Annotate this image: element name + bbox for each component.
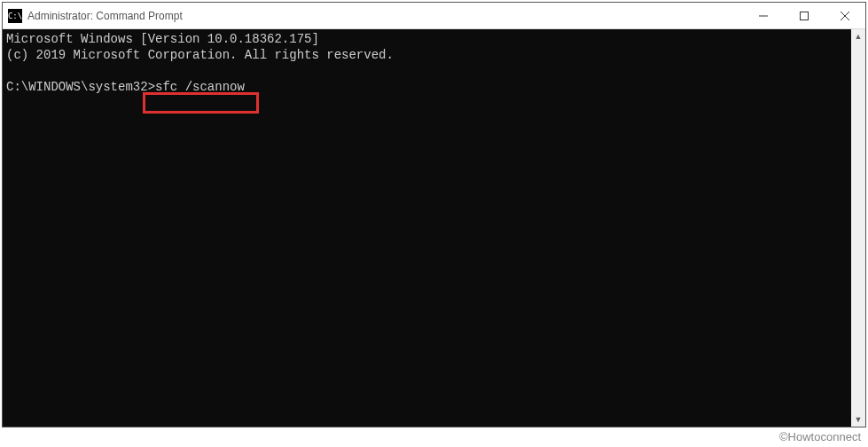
watermark-text: ©Howtoconnect <box>779 430 861 443</box>
command-text: sfc /scannow <box>155 80 245 94</box>
app-icon: C:\ <box>8 9 22 23</box>
scroll-up-arrow-icon[interactable]: ▲ <box>851 29 865 43</box>
scroll-down-arrow-icon[interactable]: ▼ <box>851 412 865 427</box>
titlebar[interactable]: C:\ Administrator: Command Prompt <box>3 3 865 29</box>
maximize-icon <box>800 12 809 20</box>
prompt-text: C:\WINDOWS\system32> <box>6 80 155 94</box>
version-line: Microsoft Windows [Version 10.0.18362.17… <box>6 32 319 46</box>
command-prompt-window: C:\ Administrator: Command Prompt Micros… <box>2 2 866 427</box>
maximize-button[interactable] <box>784 3 825 28</box>
minimize-button[interactable] <box>743 3 784 28</box>
close-button[interactable] <box>825 3 865 28</box>
copyright-line: (c) 2019 Microsoft Corporation. All righ… <box>6 48 394 62</box>
console-area: Microsoft Windows [Version 10.0.18362.17… <box>3 29 865 427</box>
minimize-icon <box>759 12 768 20</box>
window-title: Administrator: Command Prompt <box>27 10 743 22</box>
window-controls <box>743 3 865 28</box>
command-highlight-box <box>143 92 259 114</box>
console-output[interactable]: Microsoft Windows [Version 10.0.18362.17… <box>3 29 851 427</box>
vertical-scrollbar[interactable]: ▲ ▼ <box>851 29 865 427</box>
close-icon <box>841 12 849 20</box>
svg-rect-1 <box>801 12 809 20</box>
